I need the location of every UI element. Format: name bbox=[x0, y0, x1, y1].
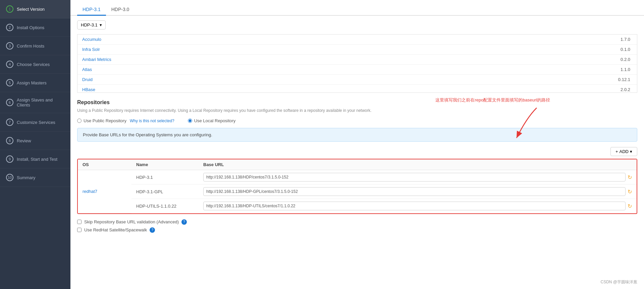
component-version: 1.7.0 bbox=[425, 34, 637, 45]
sidebar-label-3: Confirm Hosts bbox=[17, 44, 44, 49]
component-name: Infra Solr bbox=[77, 45, 425, 55]
use-public-radio[interactable] bbox=[77, 119, 82, 123]
sidebar-item-assign-masters[interactable]: 5 Assign Masters bbox=[0, 74, 70, 92]
plus-icon: + bbox=[615, 149, 618, 154]
repositories-section: Repositories Using a Public Repository r… bbox=[70, 93, 644, 142]
repo-url-input[interactable] bbox=[203, 202, 626, 210]
step-circle-6: 6 bbox=[6, 99, 13, 106]
repo-os: redhat7 bbox=[78, 170, 131, 213]
sidebar-label-5: Assign Masters bbox=[17, 80, 47, 85]
sidebar-label-10: Summary bbox=[17, 175, 36, 180]
sidebar-item-install-options[interactable]: 2 Install Options bbox=[0, 18, 70, 37]
version-dropdown-label: HDP-3.1 bbox=[81, 22, 98, 27]
repo-url-cell: ↻ bbox=[199, 199, 637, 213]
satellite-label: Use RedHat Satellite/Spacewalk bbox=[84, 227, 147, 232]
step-circle-3: 3 bbox=[6, 42, 13, 50]
sidebar: 1 Select Version 2 Install Options 3 Con… bbox=[0, 0, 70, 289]
step-circle-7: 7 bbox=[6, 119, 13, 126]
bottom-options: Skip Repository Base URL validation (Adv… bbox=[70, 214, 644, 241]
step-circle-4: 4 bbox=[6, 61, 13, 68]
info-box-text: Provide Base URLs for the Operating Syst… bbox=[83, 132, 212, 137]
sidebar-item-review[interactable]: 8 Review bbox=[0, 132, 70, 150]
col-base-url: Base URL bbox=[199, 159, 637, 170]
add-button[interactable]: + ADD ▾ bbox=[610, 147, 637, 156]
sidebar-label-7: Customize Services bbox=[17, 120, 55, 125]
repo-url-cell: ↻ bbox=[199, 185, 637, 199]
repo-url-input[interactable] bbox=[203, 173, 626, 182]
sidebar-item-assign-slaves[interactable]: 6 Assign Slaves and Clients bbox=[0, 92, 70, 113]
step-circle-2: 2 bbox=[6, 24, 13, 31]
component-row: Druid 0.12.1 bbox=[77, 75, 637, 85]
version-dropdown[interactable]: HDP-3.1 ▾ bbox=[77, 20, 106, 29]
repo-row: redhat7 HDP-3.1 ↻ bbox=[78, 170, 637, 185]
use-local-label: Use Local Repository bbox=[194, 118, 236, 123]
version-tabs: HDP-3.1 HDP-3.0 bbox=[70, 0, 644, 16]
components-table: Accumulo 1.7.0 Infra Solr 0.1.0 Ambari M… bbox=[77, 34, 637, 93]
add-button-row: + ADD ▾ bbox=[70, 147, 644, 156]
col-name: Name bbox=[131, 159, 199, 170]
sidebar-label-8: Review bbox=[17, 138, 31, 143]
refresh-button[interactable]: ↻ bbox=[628, 203, 632, 209]
repo-table-wrap: OS Name Base URL redhat7 HDP-3.1 ↻ HDP-3… bbox=[77, 159, 637, 214]
chevron-down-icon: ▾ bbox=[100, 22, 102, 27]
tab-hdp-31[interactable]: HDP-3.1 bbox=[77, 4, 106, 16]
repo-name: HDP-3.1-GPL bbox=[131, 185, 199, 199]
sidebar-label-4: Choose Services bbox=[17, 62, 50, 67]
skip-label: Skip Repository Base URL validation (Adv… bbox=[84, 219, 179, 224]
repo-row: HDP-UTILS-1.1.0.22 ↻ bbox=[78, 199, 637, 213]
sidebar-item-choose-services[interactable]: 4 Choose Services bbox=[0, 55, 70, 74]
version-selector-area: HDP-3.1 ▾ bbox=[70, 16, 644, 34]
sidebar-item-select-version[interactable]: 1 Select Version bbox=[0, 0, 70, 18]
satellite-info-icon[interactable]: ? bbox=[150, 227, 155, 233]
components-table-wrap: Accumulo 1.7.0 Infra Solr 0.1.0 Ambari M… bbox=[77, 34, 637, 93]
chevron-down-icon-add: ▾ bbox=[630, 149, 632, 154]
sidebar-label-1: Select Version bbox=[17, 7, 45, 12]
step-circle-1: 1 bbox=[6, 5, 13, 13]
repo-info-box: Provide Base URLs for the Operating Syst… bbox=[77, 128, 637, 142]
sidebar-item-summary[interactable]: 10 Summary bbox=[0, 168, 70, 187]
skip-info-icon[interactable]: ? bbox=[181, 219, 187, 225]
main-content: 这里填写我们之前在repo配置文件里面填写的baseurl的路径 HDP-3.1… bbox=[70, 0, 644, 289]
sidebar-item-confirm-hosts[interactable]: 3 Confirm Hosts bbox=[0, 37, 70, 55]
repo-url-cell: ↻ bbox=[199, 170, 637, 185]
repo-name: HDP-3.1 bbox=[131, 170, 199, 185]
component-version: 0.12.1 bbox=[425, 75, 637, 85]
add-button-label: ADD bbox=[620, 149, 629, 154]
repo-description: Using a Public Repository requires Inter… bbox=[77, 107, 637, 114]
repo-options: Use Public Repository Why is this not se… bbox=[77, 118, 637, 123]
use-public-repo-option[interactable]: Use Public Repository Why is this not se… bbox=[77, 118, 174, 123]
sidebar-label-2: Install Options bbox=[17, 25, 44, 30]
component-row: Accumulo 1.7.0 bbox=[77, 34, 637, 45]
tab-hdp-30[interactable]: HDP-3.0 bbox=[106, 4, 135, 16]
repo-table: OS Name Base URL redhat7 HDP-3.1 ↻ HDP-3… bbox=[78, 159, 637, 213]
skip-validation-checkbox[interactable] bbox=[77, 220, 82, 224]
refresh-button[interactable]: ↻ bbox=[628, 189, 632, 195]
component-version: 0.1.0 bbox=[425, 45, 637, 55]
component-version: 1.1.0 bbox=[425, 65, 637, 75]
sidebar-item-customize-services[interactable]: 7 Customize Services bbox=[0, 113, 70, 132]
sidebar-label-6: Assign Slaves and Clients bbox=[17, 97, 64, 107]
component-name: Atlas bbox=[77, 65, 425, 75]
repo-url-input[interactable] bbox=[203, 187, 626, 196]
use-local-radio[interactable] bbox=[188, 119, 192, 123]
repo-row: HDP-3.1-GPL ↻ bbox=[78, 185, 637, 199]
component-name: Ambari Metrics bbox=[77, 55, 425, 65]
use-satellite-row: Use RedHat Satellite/Spacewalk ? bbox=[77, 227, 637, 233]
component-name: Accumulo bbox=[77, 34, 425, 45]
refresh-button[interactable]: ↻ bbox=[628, 174, 632, 180]
repo-name: HDP-UTILS-1.1.0.22 bbox=[131, 199, 199, 213]
use-local-repo-option[interactable]: Use Local Repository bbox=[188, 118, 236, 123]
component-row: Atlas 1.1.0 bbox=[77, 65, 637, 75]
step-circle-10: 10 bbox=[6, 174, 13, 181]
component-name: Druid bbox=[77, 75, 425, 85]
use-public-label: Use Public Repository bbox=[84, 118, 126, 123]
component-row: HBase 2.0.2 bbox=[77, 85, 637, 93]
step-circle-5: 5 bbox=[6, 79, 13, 86]
repo-title: Repositories bbox=[77, 99, 637, 105]
step-circle-9: 9 bbox=[6, 155, 13, 163]
step-circle-8: 8 bbox=[6, 137, 13, 144]
sidebar-item-install-start[interactable]: 9 Install, Start and Test bbox=[0, 150, 70, 168]
col-os: OS bbox=[78, 159, 131, 170]
use-satellite-checkbox[interactable] bbox=[77, 228, 82, 232]
why-not-selected-link[interactable]: Why is this not selected? bbox=[130, 119, 174, 123]
